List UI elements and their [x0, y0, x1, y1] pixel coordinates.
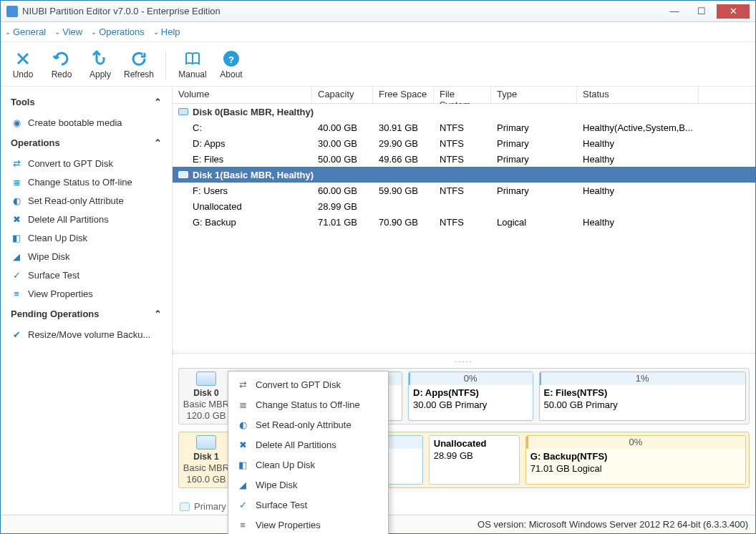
menu-view[interactable]: ⌄View [54, 26, 82, 37]
sidebar-item-label: Clean Up Disk [28, 233, 87, 243]
sidebar-item-op[interactable]: ◐Set Read-only Attribute [1, 191, 172, 210]
disk-label: Disk 0(Basic MBR, Healthy) [193, 107, 314, 117]
sidebar-item-label: Set Read-only Attribute [28, 195, 124, 206]
table-body: Disk 0(Basic MBR, Healthy)C:40.00 GB30.9… [173, 104, 755, 230]
apply-button[interactable]: Apply [85, 50, 115, 79]
menu-item-icon: ✖ [237, 439, 248, 450]
menu-item-label: Set Read-only Attribute [256, 419, 352, 430]
legend-label-primary: Primary [194, 501, 226, 512]
op-icon: ◐ [11, 195, 22, 206]
col-capacity[interactable]: Capacity [312, 87, 373, 103]
menu-item-icon: ≣ [237, 399, 248, 410]
disk-header[interactable]: Disk 0(Basic MBR, Healthy) [173, 104, 755, 120]
sidebar-item-label: Change Status to Off-line [28, 177, 132, 188]
splitter[interactable]: ⋮ ..... [173, 353, 755, 365]
menu-item-icon: ✓ [237, 499, 248, 510]
chevron-down-icon: ⌄ [5, 28, 11, 36]
table-row[interactable]: Unallocated28.99 GB [173, 198, 755, 214]
partition-box[interactable]: 0%D: Apps(NTFS)30.00 GB Primary [408, 372, 533, 421]
menu-item-label: Convert to GPT Disk [256, 379, 341, 390]
menu-item-icon: ⇄ [237, 379, 248, 390]
sidebar-section-pending[interactable]: Pending Operations⌃ [1, 303, 172, 325]
context-menu-item[interactable]: ≣Change Status to Off-line [228, 394, 388, 414]
sidebar-item-op[interactable]: ◢Wipe Disk [1, 247, 172, 266]
disk-icon [178, 108, 188, 115]
undo-button[interactable]: Undo [8, 50, 38, 79]
chevron-down-icon: ⌄ [54, 28, 60, 36]
menu-help[interactable]: ⌄Help [153, 26, 180, 37]
menu-item-icon: ≡ [237, 519, 248, 530]
disk-header[interactable]: Disk 1(Basic MBR, Healthy) [173, 167, 755, 183]
manual-icon [184, 50, 201, 67]
menu-operations[interactable]: ⌄Operations [91, 26, 145, 37]
menu-item-label: Clean Up Disk [256, 460, 315, 470]
sidebar-item-op[interactable]: ≡View Properties [1, 284, 172, 303]
manual-button[interactable]: Manual [178, 50, 208, 79]
toolbar-separator [165, 51, 166, 79]
refresh-button[interactable]: Refresh [124, 50, 154, 79]
disc-icon: ◉ [11, 117, 22, 128]
menu-item-label: Wipe Disk [256, 480, 298, 490]
sidebar-item-op[interactable]: ⇄Convert to GPT Disk [1, 154, 172, 173]
os-version-text: OS version: Microsoft Windows Server 201… [478, 519, 748, 530]
table-row[interactable]: D: Apps30.00 GB29.90 GBNTFSPrimaryHealth… [173, 135, 755, 151]
table-header: Volume Capacity Free Space File System T… [173, 87, 755, 104]
check-icon: ✔ [11, 329, 22, 340]
chevron-down-icon: ⌄ [153, 28, 159, 36]
redo-button[interactable]: Redo [47, 50, 77, 79]
menu-item-icon: ◐ [237, 419, 248, 430]
menu-item-label: View Properties [256, 520, 321, 530]
table-row[interactable]: G: Backup71.01 GB70.90 GBNTFSLogicalHeal… [173, 214, 755, 230]
partition-meta: D: Apps(NTFS)30.00 GB Primary [409, 385, 533, 414]
sidebar-item-label: View Properties [28, 288, 93, 299]
menu-general[interactable]: ⌄General [5, 26, 46, 37]
redo-icon [53, 50, 70, 67]
table-row[interactable]: E: Files50.00 GB49.66 GBNTFSPrimaryHealt… [173, 151, 755, 167]
partition-box[interactable]: Unallocated28.99 GB [429, 435, 520, 485]
sidebar-item-label: Delete All Partitions [28, 214, 109, 225]
sidebar-item-op[interactable]: ✓Surface Test [1, 266, 172, 284]
table-row[interactable]: F: Users60.00 GB59.90 GBNTFSPrimaryHealt… [173, 183, 755, 198]
sidebar-item-pending-op[interactable]: ✔ Resize/Move volume Backu... [1, 325, 172, 344]
op-icon: ✖ [11, 213, 22, 225]
op-icon: ⇄ [11, 157, 22, 169]
partition-meta: Unallocated28.99 GB [430, 436, 519, 465]
maximize-button[interactable]: ☐ [689, 4, 714, 19]
context-menu-item[interactable]: ◢Wipe Disk [228, 475, 388, 495]
legend-swatch-primary [180, 503, 190, 511]
close-button[interactable]: ✕ [717, 4, 750, 19]
col-type[interactable]: Type [491, 87, 577, 103]
partition-meta: E: Files(NTFS)50.00 GB Primary [540, 385, 746, 414]
context-menu-item[interactable]: ⇄Convert to GPT Disk [228, 374, 388, 394]
sidebar-item-label: Wipe Disk [28, 251, 70, 262]
undo-icon [14, 50, 32, 67]
chevron-down-icon: ⌄ [91, 28, 97, 36]
context-menu-item[interactable]: ◧Clean Up Disk [228, 455, 388, 475]
about-button[interactable]: ? About [216, 50, 246, 79]
sidebar-item-op[interactable]: ◧Clean Up Disk [1, 228, 172, 247]
table-row[interactable]: C:40.00 GB30.91 GBNTFSPrimaryHealthy(Act… [173, 120, 755, 135]
col-volume[interactable]: Volume [173, 87, 312, 103]
svg-text:?: ? [228, 54, 234, 65]
context-menu-item[interactable]: ≡View Properties [228, 515, 388, 534]
sidebar: Tools⌃ ◉ Create bootable media Operation… [1, 87, 173, 515]
sidebar-section-tools[interactable]: Tools⌃ [1, 91, 172, 113]
sidebar-section-operations[interactable]: Operations⌃ [1, 132, 172, 154]
about-icon: ? [223, 50, 240, 67]
col-status[interactable]: Status [577, 87, 699, 103]
partition-box[interactable]: 1%E: Files(NTFS)50.00 GB Primary [539, 372, 747, 421]
sidebar-item-op[interactable]: ≣Change Status to Off-line [1, 173, 172, 191]
col-filesystem[interactable]: File System [434, 87, 491, 103]
menu-item-icon: ◢ [237, 479, 248, 490]
context-menu-item[interactable]: ✖Delete All Partitions [228, 435, 388, 455]
col-free[interactable]: Free Space [373, 87, 434, 103]
context-menu-item[interactable]: ◐Set Read-only Attribute [228, 414, 388, 435]
op-icon: ≣ [11, 176, 22, 188]
context-menu-item[interactable]: ✓Surface Test [228, 495, 388, 515]
sidebar-item-create-bootable[interactable]: ◉ Create bootable media [1, 113, 172, 132]
sidebar-item-op[interactable]: ✖Delete All Partitions [1, 210, 172, 228]
op-icon: ✓ [11, 269, 22, 281]
refresh-icon [130, 50, 147, 67]
partition-box[interactable]: 0%G: Backup(NTFS)71.01 GB Logical [525, 435, 746, 485]
minimize-button[interactable]: — [662, 4, 687, 19]
